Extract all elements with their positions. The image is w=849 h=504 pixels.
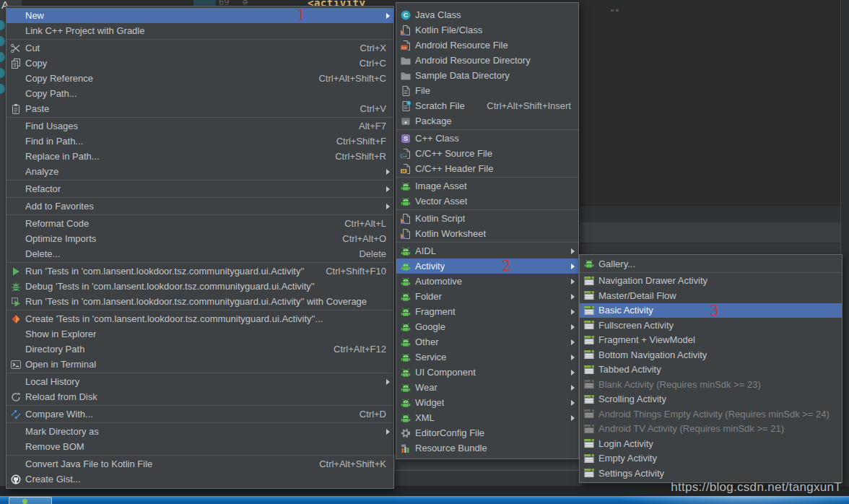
menu-item-wear[interactable]: Wear bbox=[396, 380, 578, 395]
submenu-arrow-icon bbox=[571, 324, 575, 330]
menu-item-find-usages[interactable]: Find UsagesAlt+F7 bbox=[6, 118, 393, 134]
menu-item-editorconfig-file[interactable]: EditorConfig File bbox=[396, 425, 578, 440]
menu-item-android-resource-directory[interactable]: Android Resource Directory bbox=[396, 53, 578, 68]
menu-item-master-detail-flow[interactable]: Master/Detail Flow bbox=[580, 288, 842, 303]
menu-item-reload-from-disk[interactable]: Reload from Disk bbox=[6, 389, 393, 404]
taskbar-app-button[interactable] bbox=[9, 497, 52, 504]
menu-item-refactor[interactable]: Refactor bbox=[6, 181, 393, 196]
menu-item-label: UI Component bbox=[415, 367, 476, 378]
menu-item-scratch-file[interactable]: Scratch FileCtrl+Alt+Shift+Insert bbox=[396, 98, 578, 113]
menu-item-new[interactable]: New1 bbox=[6, 8, 393, 23]
android-icon bbox=[400, 367, 412, 378]
menu-item-link-c-project-with-gradle[interactable]: Link C++ Project with Gradle bbox=[6, 23, 393, 38]
menu-item-c-c-source-file[interactable]: C++C/C++ Source File bbox=[396, 146, 578, 161]
menu-item-find-in-path[interactable]: Find in Path...Ctrl+Shift+F bbox=[6, 134, 393, 149]
icon-spacer bbox=[10, 166, 22, 178]
menu-item-gallery[interactable]: Gallery... bbox=[580, 256, 842, 271]
icon-spacer bbox=[10, 329, 22, 340]
menu-item-replace-in-path[interactable]: Replace in Path...Ctrl+Shift+R bbox=[6, 149, 393, 164]
menu-item-add-to-favorites[interactable]: Add to Favorites bbox=[6, 199, 393, 214]
menu-item-image-asset[interactable]: Image Asset bbox=[396, 178, 578, 194]
menu-item-copy-path[interactable]: Copy Path... bbox=[6, 86, 393, 101]
menu-item-other[interactable]: Other bbox=[396, 334, 578, 349]
menu-item-activity[interactable]: Activity2 bbox=[396, 258, 578, 274]
menu-item-convert-java-file-to-kotlin-file[interactable]: Convert Java File to Kotlin FileCtrl+Alt… bbox=[6, 456, 393, 472]
step-annotation: 3 bbox=[710, 303, 719, 318]
menu-item-cut[interactable]: CutCtrl+X bbox=[6, 40, 393, 56]
menu-item-android-things-empty-activity-requires-min[interactable]: Android Things Empty Activity (Requires … bbox=[580, 407, 842, 422]
menu-item-compare-with[interactable]: Compare With...Ctrl+D bbox=[6, 407, 393, 422]
menu-item-folder[interactable]: Folder bbox=[396, 289, 578, 304]
menu-item-ui-component[interactable]: UI Component bbox=[396, 365, 578, 380]
menu-item-run-tests-in-com-lansent-lookdoor-tsz-comm[interactable]: Run 'Tests in 'com.lansent.lookdoor.tsz.… bbox=[6, 294, 393, 309]
menu-item-resource-bundle[interactable]: Resource Bundle bbox=[396, 440, 578, 456]
menu-item-kotlin-script[interactable]: Kotlin Script bbox=[396, 211, 578, 226]
menu-item-android-resource-file[interactable]: <>Android Resource File bbox=[396, 38, 578, 53]
menu-item-label: Other bbox=[415, 336, 439, 347]
menu-separator bbox=[6, 373, 393, 373]
menu-item-kotlin-worksheet[interactable]: Kotlin Worksheet bbox=[396, 226, 578, 241]
menu-separator bbox=[396, 177, 578, 178]
menu-item-navigation-drawer-activity[interactable]: Navigation Drawer Activity bbox=[580, 274, 842, 289]
menu-item-open-in-terminal[interactable]: Open in Terminal bbox=[6, 357, 393, 372]
menu-item-optimize-imports[interactable]: Optimize ImportsCtrl+Alt+O bbox=[6, 231, 393, 246]
submenu-arrow-icon bbox=[386, 204, 390, 209]
submenu-arrow-icon bbox=[571, 264, 575, 269]
menu-item-tabbed-activity[interactable]: Tabbed Activity bbox=[580, 362, 842, 378]
menu-item-delete[interactable]: Delete...Delete bbox=[6, 246, 393, 261]
menu-item-fullscreen-activity[interactable]: Fullscreen Activity bbox=[580, 318, 842, 333]
menu-item-package[interactable]: Package bbox=[396, 113, 578, 129]
shortcut-label: Delete bbox=[343, 248, 386, 259]
menu-item-widget[interactable]: Widget bbox=[396, 395, 578, 410]
menu-item-debug-tests-in-com-lansent-lookdoor-tsz-co[interactable]: Debug 'Tests in 'com.lansent.lookdoor.ts… bbox=[6, 279, 393, 294]
menu-item-remove-bom[interactable]: Remove BOM bbox=[6, 439, 393, 454]
menu-item-show-in-explorer[interactable]: Show in Explorer bbox=[6, 326, 393, 342]
menu-item-google[interactable]: Google bbox=[396, 319, 578, 334]
menu-item-reformat-code[interactable]: Reformat CodeCtrl+Alt+L bbox=[6, 216, 393, 231]
menu-item-basic-activity[interactable]: Basic Activity3 bbox=[580, 303, 842, 318]
menu-item-create-tests-in-com-lansent-lookdoor-tsz-c[interactable]: Create 'Tests in 'com.lansent.lookdoor.t… bbox=[6, 311, 393, 326]
cpp-source-icon: C++ bbox=[400, 148, 412, 160]
menu-item-java-class[interactable]: CJava Class bbox=[396, 7, 578, 22]
menu-item-analyze[interactable]: Analyze bbox=[6, 164, 393, 179]
svg-text:<>: <> bbox=[401, 45, 406, 49]
menu-item-vector-asset[interactable]: Vector Asset bbox=[396, 194, 578, 209]
menu-item-label: Sample Data Directory bbox=[415, 70, 510, 81]
menu-item-c-class[interactable]: SC++ Class bbox=[396, 131, 578, 146]
gear-icon bbox=[400, 427, 412, 439]
menu-item-label: Master/Detail Flow bbox=[598, 290, 676, 301]
menu-item-automotive[interactable]: Automotive bbox=[396, 274, 578, 289]
menu-item-android-tv-activity-requires-minsdk-21[interactable]: Android TV Activity (Requires minSdk >= … bbox=[580, 422, 842, 437]
menu-item-settings-activity[interactable]: Settings Activity bbox=[580, 466, 842, 481]
menu-item-directory-path[interactable]: Directory PathCtrl+Alt+F12 bbox=[6, 342, 393, 357]
resource-bundle-icon bbox=[400, 443, 412, 454]
menu-item-paste[interactable]: PasteCtrl+V bbox=[6, 101, 393, 116]
menu-item-label: Open in Terminal bbox=[25, 359, 96, 370]
menu-item-aidl[interactable]: AIDL bbox=[396, 243, 578, 258]
menu-item-mark-directory-as[interactable]: Mark Directory as bbox=[6, 424, 393, 439]
menu-item-label: Replace in Path... bbox=[25, 151, 100, 162]
menu-item-copy-reference[interactable]: Copy ReferenceCtrl+Alt+Shift+C bbox=[6, 71, 393, 86]
menu-item-service[interactable]: Service bbox=[396, 349, 578, 365]
menu-item-login-activity[interactable]: Login Activity bbox=[580, 436, 842, 451]
menu-item-blank-activity-requires-minsdk-23[interactable]: Blank Activity (Requires minSdk >= 23) bbox=[580, 377, 842, 392]
menu-item-fragment-viewmodel[interactable]: Fragment + ViewModel bbox=[580, 333, 842, 348]
menu-item-bottom-navigation-activity[interactable]: Bottom Navigation Activity bbox=[580, 347, 842, 362]
menu-item-label: Fragment + ViewModel bbox=[598, 334, 695, 345]
menu-item-c-c-header-file[interactable]: HC/C++ Header File bbox=[396, 161, 578, 176]
menu-item-local-history[interactable]: Local History bbox=[6, 374, 393, 389]
menu-item-run-tests-in-com-lansent-lookdoor-tsz-comm[interactable]: Run 'Tests in 'com.lansent.lookdoor.tsz.… bbox=[6, 264, 393, 279]
file-icon bbox=[400, 85, 412, 97]
menu-item-copy[interactable]: CopyCtrl+C bbox=[6, 56, 393, 71]
menu-item-sample-data-directory[interactable]: Sample Data Directory bbox=[396, 68, 578, 83]
menu-item-label: Find Usages bbox=[25, 121, 78, 131]
menu-item-create-gist[interactable]: Create Gist... bbox=[6, 472, 393, 487]
menu-item-fragment[interactable]: Fragment bbox=[396, 304, 578, 319]
menu-item-xml[interactable]: XML bbox=[396, 410, 578, 425]
menu-item-kotlin-file-class[interactable]: Kotlin File/Class bbox=[396, 22, 578, 38]
menu-separator bbox=[6, 310, 393, 310]
cut-icon bbox=[10, 43, 22, 54]
menu-item-file[interactable]: File bbox=[396, 83, 578, 98]
menu-item-scrolling-activity[interactable]: Scrolling Activity bbox=[580, 392, 842, 407]
menu-item-empty-activity[interactable]: Empty Activity bbox=[580, 451, 842, 466]
